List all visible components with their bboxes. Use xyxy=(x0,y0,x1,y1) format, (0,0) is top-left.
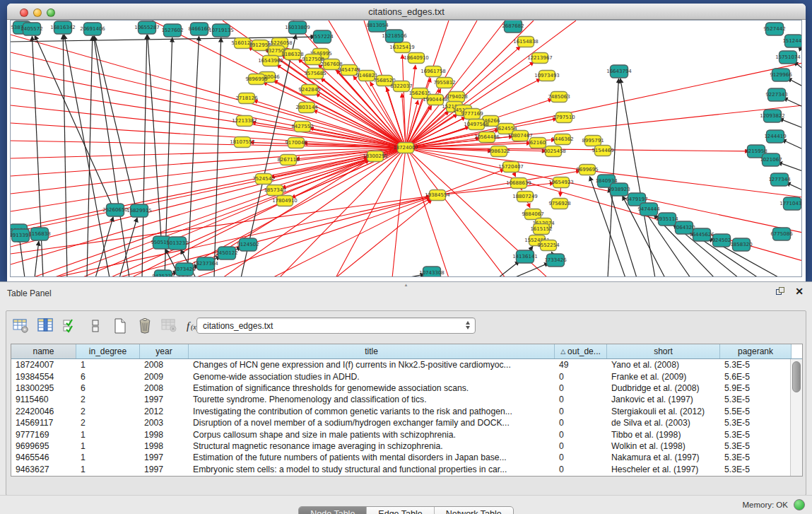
network-canvas[interactable]: 5160124891295415226058932750881863281546… xyxy=(10,20,802,277)
graph-node[interactable]: 62160 xyxy=(530,138,546,148)
scrollbar-thumb[interactable] xyxy=(792,361,801,392)
column-header-out_de[interactable]: △out_de... xyxy=(555,344,607,358)
delete-column-icon[interactable] xyxy=(136,317,154,335)
graph-node[interactable]: 6775086 xyxy=(770,228,793,240)
graph-node[interactable]: 9699695 xyxy=(576,165,598,175)
graph-node[interactable]: 9129966 xyxy=(770,69,792,81)
graph-node[interactable]: 16816342 xyxy=(50,21,76,34)
graph-node[interactable]: 3575685 xyxy=(304,69,326,79)
column-header-pagerank[interactable]: pagerank xyxy=(720,344,792,358)
graph-node[interactable]: 7485063 xyxy=(548,92,570,103)
table-settings-icon[interactable] xyxy=(12,317,30,335)
graph-node[interactable]: 8427552 xyxy=(291,122,313,132)
graph-node[interactable]: 1858320 xyxy=(730,238,752,251)
table-row[interactable]: 1872400712008Changes of HCN gene express… xyxy=(11,359,802,370)
graph-node[interactable]: 2803144 xyxy=(295,103,318,113)
graph-node[interactable]: 16543962 xyxy=(258,56,283,66)
graph-node[interactable]: 1277344 xyxy=(768,173,791,186)
graph-node[interactable]: 1021067 xyxy=(760,153,782,166)
graph-node[interactable]: 9124502 xyxy=(237,238,259,251)
graph-node[interactable]: 20691406 xyxy=(80,23,105,35)
window-titlebar[interactable]: citations_edges.txt xyxy=(7,4,806,20)
graph-node[interactable]: 7557224 xyxy=(311,30,334,43)
column-selection-icon[interactable] xyxy=(61,317,80,335)
graph-node[interactable]: 9527442 xyxy=(763,23,785,35)
table-row[interactable]: 1830029562008Estimation of significance … xyxy=(11,382,802,394)
graph-node[interactable]: 10719135 xyxy=(208,24,234,37)
graph-node[interactable]: 2986322 xyxy=(488,146,510,157)
graph-node[interactable]: 16033809 xyxy=(285,21,310,34)
graph-node[interactable]: 9474444 xyxy=(637,203,660,216)
graph-node[interactable]: 1446362 xyxy=(551,134,573,145)
graph-node[interactable]: 9227343 xyxy=(765,88,787,101)
graph-node[interactable]: 8322037 xyxy=(390,81,412,92)
graph-node[interactable]: 2405572 xyxy=(20,23,42,35)
graph-node[interactable]: 16643794 xyxy=(606,65,632,78)
graph-node[interactable]: 1512444 xyxy=(782,35,802,47)
table-row[interactable]: 946362711997Embryonic stem cells: a mode… xyxy=(11,464,802,475)
table-row[interactable]: 969969511998Structural magnetic resonanc… xyxy=(11,440,802,452)
graph-node[interactable]: 5013232 xyxy=(166,237,188,250)
graph-node[interactable]: 15829915 xyxy=(126,204,152,217)
graph-node[interactable]: 18640910 xyxy=(404,53,429,64)
graph-node[interactable]: 1527602 xyxy=(161,24,183,37)
column-header-title[interactable]: title xyxy=(189,344,555,358)
graph-node[interactable]: 10973493 xyxy=(534,71,560,81)
column-header-in_degree[interactable]: in_degree xyxy=(76,344,140,358)
graph-node[interactable]: 9242845 xyxy=(298,85,320,95)
graph-node[interactable]: 12093822 xyxy=(760,110,785,122)
table-row[interactable]: 946554611997Estimation of the future num… xyxy=(11,452,802,463)
memory-status-indicator[interactable] xyxy=(794,499,805,510)
table-selector-dropdown[interactable]: citations_edges.txt xyxy=(196,317,476,334)
graph-node[interactable]: 16325419 xyxy=(389,42,415,53)
graph-node[interactable]: 16154838 xyxy=(513,37,539,47)
graph-node[interactable]: 16445626 xyxy=(689,228,714,241)
new-column-icon[interactable] xyxy=(111,317,129,335)
graph-node[interactable]: 1797510 xyxy=(553,112,575,123)
graph-node[interactable]: 1857343 xyxy=(264,185,286,196)
graph-node[interactable]: 9552254 xyxy=(537,240,560,251)
graph-node[interactable]: 17710433 xyxy=(779,197,802,210)
panel-resize-handle[interactable]: ▴ xyxy=(403,283,409,286)
graph-node[interactable]: 2687682 xyxy=(502,21,524,33)
graph-node[interactable]: 8267110 xyxy=(277,155,299,165)
graph-node[interactable]: 10655287 xyxy=(134,21,160,34)
graph-node[interactable]: 9170046 xyxy=(285,138,307,148)
graph-node[interactable]: 8813054 xyxy=(366,21,389,32)
graph-node[interactable]: 9896999 xyxy=(245,74,267,85)
graph-node[interactable]: 15751074 xyxy=(775,51,801,64)
graph-node[interactable]: 9756928 xyxy=(548,199,570,209)
graph-node[interactable]: 9435330 xyxy=(152,270,174,277)
graph-node[interactable]: 7524542 xyxy=(252,174,274,185)
graph-node[interactable]: 9777169 xyxy=(461,109,483,119)
table-row[interactable]: 2242004622012Investigating the contribut… xyxy=(11,406,802,417)
table-row[interactable]: 911546021997Tourette syndrome. Phenomeno… xyxy=(11,394,802,405)
graph-node[interactable]: 18807249 xyxy=(512,192,538,202)
graph-node[interactable]: 8995791 xyxy=(582,136,604,146)
column-header-year[interactable]: year xyxy=(140,344,189,358)
graph-node[interactable]: 14136141 xyxy=(512,250,538,263)
table-row[interactable]: 977716911998Corpus callosum shape and si… xyxy=(11,428,802,440)
column-header-name[interactable]: name xyxy=(11,344,76,358)
graph-node[interactable]: 2718126 xyxy=(235,93,258,104)
graph-node[interactable]: 6794028 xyxy=(445,92,467,103)
graph-node[interactable]: 10743308 xyxy=(419,267,445,277)
column-visibility-icon[interactable] xyxy=(37,317,55,335)
table-row[interactable]: 1456911722003Disruption of a novel membe… xyxy=(11,417,802,428)
graph-node[interactable]: 7955812 xyxy=(433,78,455,88)
graph-node[interactable]: 1156838 xyxy=(28,228,50,240)
graph-node[interactable]: 1244419 xyxy=(764,130,786,143)
column-header-short[interactable]: short xyxy=(607,344,720,358)
graph-node[interactable]: 924502 xyxy=(712,234,731,247)
row-options-icon[interactable] xyxy=(86,317,105,335)
graph-node[interactable]: 25260650 xyxy=(102,204,128,216)
table-row[interactable]: 1938455462009Genome-wide association stu… xyxy=(11,370,802,382)
graph-node[interactable]: 9154469 xyxy=(592,146,613,156)
graph-node[interactable]: 2450122 xyxy=(216,247,237,259)
graph-node[interactable]: 1733426 xyxy=(544,254,567,267)
float-panel-icon[interactable] xyxy=(776,287,785,296)
graph-node[interactable]: 8466160 xyxy=(188,23,210,35)
graph-node[interactable]: 16961758 xyxy=(420,66,446,77)
graph-node[interactable]: 1615152 xyxy=(530,224,552,235)
table-vertical-scrollbar[interactable] xyxy=(790,359,802,476)
